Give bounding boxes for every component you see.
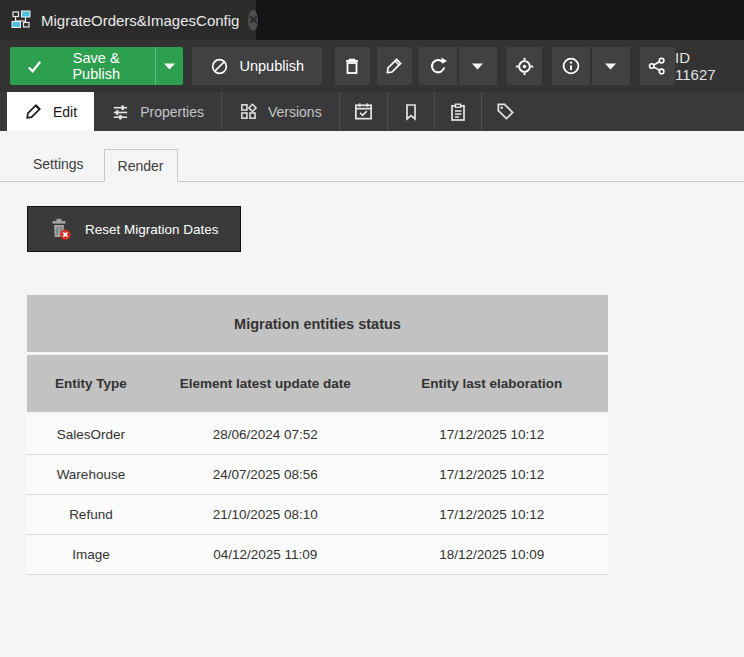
- table-row: Refund 21/10/2025 08:10 17/12/2025 10:12: [27, 495, 608, 535]
- properties-sliders-icon: [111, 102, 130, 121]
- last-elaboration-cell: 18/12/2025 10:09: [376, 535, 608, 574]
- check-icon: [26, 58, 43, 75]
- tag-icon: [495, 101, 516, 122]
- last-elaboration-cell: 17/12/2025 10:12: [376, 455, 608, 494]
- tab-tags[interactable]: [482, 92, 529, 131]
- info-split-button: [552, 47, 630, 85]
- table-row: Warehouse 24/07/2025 08:56 17/12/2025 10…: [27, 455, 608, 495]
- document-tab[interactable]: MigrateOrders&ImagesConfig ✕: [0, 0, 256, 40]
- pencil-icon: [384, 56, 404, 76]
- column-header-last-elaboration: Entity last elaboration: [376, 355, 608, 412]
- latest-update-cell: 21/10/2025 08:10: [155, 495, 376, 534]
- save-options-chevron-down-icon[interactable]: [155, 47, 183, 85]
- trash-icon: [342, 56, 362, 76]
- column-header-entity-type: Entity Type: [27, 355, 155, 412]
- content-area: Settings Render Reset Migration Dates Mi: [0, 131, 744, 657]
- refresh-split-button: [419, 47, 497, 85]
- config-document-icon: [10, 9, 32, 31]
- refresh-button[interactable]: [419, 47, 457, 85]
- subtab-settings[interactable]: Settings: [20, 148, 97, 181]
- edit-pencil-icon: [24, 102, 43, 121]
- close-icon[interactable]: ✕: [248, 10, 258, 31]
- tab-audit-trail[interactable]: [435, 92, 481, 131]
- table-header-row: Entity Type Element latest update date E…: [27, 355, 608, 412]
- tab-versions[interactable]: Versions: [222, 92, 339, 131]
- content-editor-window: MigrateOrders&ImagesConfig ✕ Save & Publ…: [0, 0, 744, 657]
- share-icon: [647, 56, 667, 76]
- entity-type-cell: SalesOrder: [27, 415, 155, 454]
- entity-type-cell: Refund: [27, 495, 155, 534]
- edit-button[interactable]: [377, 47, 412, 85]
- unpublish-icon: [210, 57, 229, 76]
- tab-scheduled-publishing[interactable]: [340, 92, 387, 131]
- locate-icon: [514, 56, 535, 77]
- last-elaboration-cell: 17/12/2025 10:12: [376, 495, 608, 534]
- table-caption: Migration entities status: [27, 295, 608, 352]
- reset-trash-icon: [49, 217, 72, 241]
- last-elaboration-cell: 17/12/2025 10:12: [376, 415, 608, 454]
- latest-update-cell: 28/06/2024 07:52: [155, 415, 376, 454]
- table-row: SalesOrder 28/06/2024 07:52 17/12/2025 1…: [27, 415, 608, 455]
- document-id-label: ID 11627: [675, 49, 730, 83]
- render-settings-subtabs: Settings Render: [0, 148, 744, 182]
- trash-button[interactable]: [335, 47, 370, 85]
- migration-status-table: Migration entities status Entity Type El…: [27, 295, 608, 575]
- save-publish-button[interactable]: Save & Publish: [10, 47, 155, 85]
- info-button[interactable]: [552, 47, 590, 85]
- calendar-check-icon: [353, 101, 374, 122]
- clipboard-icon: [448, 102, 468, 122]
- unpublish-button[interactable]: Unpublish: [192, 47, 322, 85]
- info-icon: [561, 56, 581, 76]
- subtab-render[interactable]: Render: [104, 149, 178, 182]
- tab-properties[interactable]: Properties: [94, 92, 221, 131]
- entity-type-cell: Image: [27, 535, 155, 574]
- bookmark-icon: [401, 102, 421, 122]
- tab-edit[interactable]: Edit: [7, 92, 94, 131]
- document-title: MigrateOrders&ImagesConfig: [41, 12, 239, 29]
- tab-bookmark[interactable]: [388, 92, 434, 131]
- latest-update-cell: 24/07/2025 08:56: [155, 455, 376, 494]
- table-row: Image 04/12/2025 11:09 18/12/2025 10:09: [27, 535, 608, 575]
- title-bar: MigrateOrders&ImagesConfig ✕: [0, 0, 744, 40]
- reset-migration-dates-button[interactable]: Reset Migration Dates: [27, 206, 241, 252]
- refresh-options-chevron-down-icon[interactable]: [459, 47, 497, 85]
- refresh-icon: [428, 56, 448, 76]
- share-button[interactable]: [640, 47, 675, 85]
- content-tabbar: Edit Properties Versions: [0, 92, 744, 131]
- entity-type-cell: Warehouse: [27, 455, 155, 494]
- versions-grid-icon: [239, 102, 258, 121]
- column-header-latest-update: Element latest update date: [155, 355, 376, 412]
- latest-update-cell: 04/12/2025 11:09: [155, 535, 376, 574]
- save-publish-split-button: Save & Publish: [10, 47, 183, 85]
- locate-button[interactable]: [507, 47, 542, 85]
- action-toolbar: Save & Publish Unpublish: [0, 40, 744, 92]
- info-options-chevron-down-icon[interactable]: [592, 47, 630, 85]
- table-body: SalesOrder 28/06/2024 07:52 17/12/2025 1…: [27, 415, 608, 575]
